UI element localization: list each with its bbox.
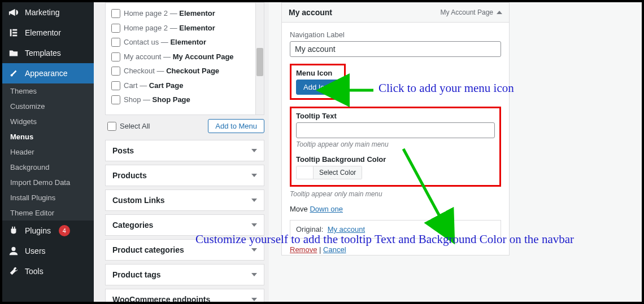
- wrench-icon: [8, 266, 19, 277]
- submenu-theme-editor[interactable]: Theme Editor: [2, 205, 94, 221]
- folder-icon: [8, 47, 19, 59]
- sidebar-item-elementor[interactable]: Elementor: [2, 23, 94, 43]
- menu-item-panel: My account My Account Page Navigation La…: [281, 2, 510, 255]
- chevron-down-icon: [251, 199, 257, 202]
- move-down-link[interactable]: Down one: [310, 205, 343, 213]
- page-row[interactable]: Shop — Shop Page: [111, 92, 258, 107]
- menu-item-header[interactable]: My account My Account Page: [282, 3, 509, 23]
- tooltip-bg-field: Tooltip Background Color Select Color: [296, 155, 495, 179]
- original-link[interactable]: My account: [328, 225, 365, 233]
- select-all-row[interactable]: Select All: [105, 115, 152, 136]
- tooltip-text-help: Tooltip appear only main menu: [296, 140, 495, 148]
- page-row[interactable]: Contact us — Elementor: [111, 35, 258, 50]
- page-checkbox[interactable]: [111, 24, 120, 33]
- pages-scrollbar[interactable]: [255, 3, 264, 114]
- page-row[interactable]: Cart — Cart Page: [111, 78, 258, 93]
- metabox-product-tags[interactable]: Product tags: [105, 264, 264, 285]
- chevron-down-icon: [251, 273, 257, 276]
- menu-item-title: My account: [289, 8, 332, 17]
- color-swatch: [297, 166, 314, 179]
- submenu-background[interactable]: Background: [2, 160, 94, 175]
- sidebar-item-tools[interactable]: Tools: [2, 261, 94, 281]
- sidebar-item-plugins[interactable]: Plugins 4: [2, 221, 94, 241]
- select-color-button[interactable]: Select Color: [314, 166, 362, 179]
- chevron-up-icon: [497, 11, 502, 14]
- svg-rect-2: [12, 32, 17, 34]
- chevron-down-icon: [251, 223, 257, 227]
- tooltip-bg-help: Tooltip appear only main menu: [290, 190, 501, 198]
- remove-link[interactable]: Remove: [290, 245, 317, 254]
- elementor-icon: [8, 27, 19, 38]
- submenu-themes[interactable]: Themes: [2, 83, 94, 99]
- page-checkbox[interactable]: [111, 95, 120, 104]
- select-all-checkbox[interactable]: [107, 122, 116, 131]
- tooltip-text-field: Tooltip Text Tooltip appear only main me…: [296, 112, 495, 148]
- chevron-down-icon: [251, 149, 257, 152]
- tooltip-text-label: Tooltip Text: [296, 112, 495, 120]
- nav-label-input[interactable]: [290, 41, 501, 57]
- page-row[interactable]: My account — My Account Page: [111, 50, 258, 64]
- sidebar-item-label: Templates: [25, 49, 61, 58]
- nav-label-field: Navigation Label: [290, 30, 501, 57]
- page-checkbox[interactable]: [111, 38, 120, 47]
- menu-item-type: My Account Page: [441, 8, 502, 16]
- sidebar-item-templates[interactable]: Templates: [2, 43, 94, 63]
- submenu-menus[interactable]: Menus: [2, 129, 94, 144]
- remove-row: Remove | Cancel: [290, 245, 501, 254]
- metabox-product-categories[interactable]: Product categories: [105, 239, 264, 261]
- submenu-install-plugins[interactable]: Install Plugins: [2, 190, 94, 205]
- tooltip-bg-label: Tooltip Background Color: [296, 155, 495, 164]
- brush-icon: [8, 68, 19, 79]
- submenu-import-demo[interactable]: Import Demo Data: [2, 175, 94, 190]
- submenu-widgets[interactable]: Widgets: [2, 114, 94, 129]
- page-checkbox[interactable]: [111, 9, 120, 18]
- megaphone-icon: [8, 7, 19, 18]
- page-row[interactable]: Home page 2 — Elementor: [111, 21, 258, 36]
- svg-rect-0: [10, 29, 12, 37]
- metabox-custom-links[interactable]: Custom Links: [105, 190, 264, 211]
- page-checkbox[interactable]: [111, 52, 120, 61]
- appearance-submenu: Themes Customize Widgets Menus Header Ba…: [2, 83, 94, 221]
- original-box: Original: My account: [290, 220, 501, 239]
- scroll-thumb[interactable]: [256, 48, 263, 76]
- submenu-header[interactable]: Header: [2, 144, 94, 160]
- sidebar-item-label: Appearance: [25, 69, 68, 78]
- nav-label-label: Navigation Label: [290, 30, 501, 39]
- user-icon: [8, 245, 19, 257]
- svg-rect-3: [12, 35, 17, 37]
- submenu-customize[interactable]: Customize: [2, 99, 94, 114]
- sidebar-item-label: Users: [25, 246, 46, 255]
- cancel-link[interactable]: Cancel: [323, 245, 346, 254]
- metabox-products[interactable]: Products: [105, 165, 264, 186]
- sidebar-item-marketing[interactable]: Marketing: [2, 2, 94, 23]
- menu-item-body: Navigation Label Menu Icon Add Icon Tool…: [282, 23, 509, 255]
- plug-icon: [8, 225, 19, 236]
- sidebar-item-appearance[interactable]: Appearance: [2, 63, 94, 83]
- tooltip-highlight: Tooltip Text Tooltip appear only main me…: [290, 107, 501, 187]
- page-checkbox[interactable]: [111, 67, 120, 76]
- sidebar-item-label: Tools: [25, 267, 43, 276]
- sidebar-item-label: Plugins: [25, 226, 51, 235]
- add-icon-button[interactable]: Add Icon: [296, 80, 340, 95]
- svg-rect-1: [12, 29, 17, 31]
- menu-item-column: My account My Account Page Navigation La…: [269, 2, 642, 302]
- sidebar-item-users[interactable]: Users: [2, 241, 94, 261]
- metabox-posts[interactable]: Posts: [105, 140, 264, 161]
- menu-icon-label: Menu Icon: [296, 69, 340, 77]
- metabox-categories[interactable]: Categories: [105, 214, 264, 236]
- sidebar-item-label: Marketing: [25, 8, 59, 17]
- pages-scroll[interactable]: Home page 2 — Elementor Home page 2 — El…: [106, 3, 264, 114]
- page-checkbox[interactable]: [111, 81, 120, 90]
- metabox-wc-endpoints[interactable]: WooCommerce endpoints: [105, 289, 264, 302]
- menu-icon-highlight: Menu Icon Add Icon: [290, 64, 346, 100]
- page-row[interactable]: Home page 2 — Elementor: [111, 6, 258, 21]
- pages-list-box: Home page 2 — Elementor Home page 2 — El…: [105, 2, 264, 115]
- chevron-down-icon: [251, 298, 257, 301]
- page-row[interactable]: Checkout — Checkout Page: [111, 64, 258, 78]
- tooltip-text-input[interactable]: [296, 122, 495, 138]
- metabox-column: Home page 2 — Elementor Home page 2 — El…: [94, 2, 269, 302]
- move-row: Move Down one: [290, 205, 501, 213]
- add-to-menu-button[interactable]: Add to Menu: [208, 119, 264, 133]
- sidebar-item-label: Elementor: [25, 28, 61, 37]
- color-picker[interactable]: Select Color: [296, 166, 362, 179]
